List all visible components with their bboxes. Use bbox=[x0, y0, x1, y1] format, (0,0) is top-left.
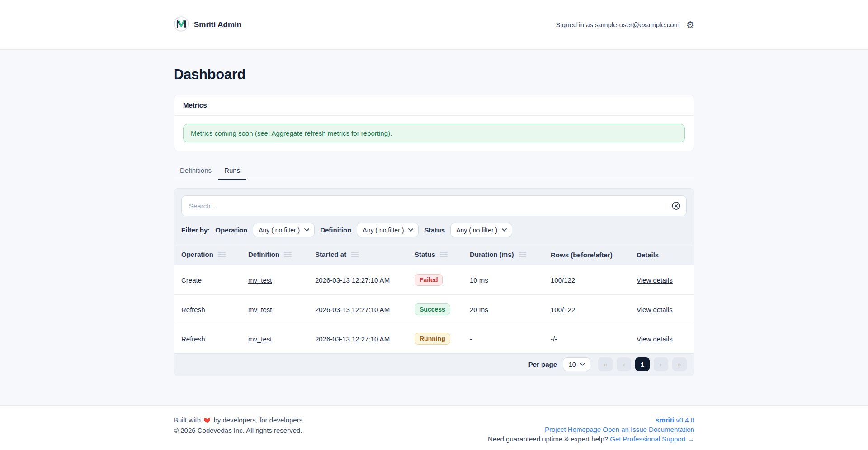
filter-select-wrap-status[interactable]: Any ( no filter ) bbox=[450, 223, 512, 237]
filter-row: Filter by: OperationAny ( no filter )Def… bbox=[174, 223, 694, 244]
first-page-button[interactable]: « bbox=[598, 357, 613, 371]
cell-status: Failed bbox=[407, 265, 462, 295]
footer-link-project-homepage[interactable]: Project Homepage bbox=[545, 426, 601, 433]
cell-definition: mv_test bbox=[241, 324, 308, 354]
footer-copyright: © 2026 Codevedas Inc. All rights reserve… bbox=[174, 426, 304, 435]
table-header-row: OperationDefinitionStarted atStatusDurat… bbox=[174, 244, 694, 265]
column-header-duration-ms[interactable]: Duration (ms) bbox=[462, 244, 543, 265]
metrics-card-body: Metrics coming soon (see: Aggregate refr… bbox=[174, 116, 694, 151]
signed-in-text: Signed in as sample-user@example.com bbox=[556, 21, 679, 28]
column-label: Definition bbox=[248, 251, 279, 258]
footer-built-prefix: Built with bbox=[174, 416, 201, 424]
runs-table: OperationDefinitionStarted atStatusDurat… bbox=[174, 244, 694, 353]
filter-label-operation: Operation bbox=[215, 226, 247, 234]
pagination-bar: Per page 10 «‹1›» bbox=[174, 353, 694, 376]
cell-operation: Refresh bbox=[174, 324, 241, 354]
app-header: Smriti Admin Signed in as sample-user@ex… bbox=[0, 0, 868, 50]
page-1-button[interactable]: 1 bbox=[635, 357, 650, 371]
runs-panel: Filter by: OperationAny ( no filter )Def… bbox=[174, 188, 694, 376]
view-details-link[interactable]: View details bbox=[637, 276, 673, 284]
cell-status: Success bbox=[407, 295, 462, 324]
filter-by-label: Filter by: bbox=[181, 226, 210, 234]
column-label: Started at bbox=[315, 251, 346, 258]
cell-duration: - bbox=[462, 324, 543, 354]
column-header-started-at[interactable]: Started at bbox=[308, 244, 407, 265]
gear-icon[interactable]: ⚙ bbox=[686, 20, 694, 29]
status-badge: Failed bbox=[415, 274, 443, 286]
last-page-button[interactable]: » bbox=[672, 357, 687, 371]
footer-version-line: smriti v0.4.0 bbox=[488, 415, 694, 425]
footer-version[interactable]: v0.4.0 bbox=[676, 416, 694, 424]
chevron-down-icon bbox=[580, 363, 585, 366]
prev-page-button[interactable]: ‹ bbox=[617, 357, 631, 371]
column-label: Operation bbox=[181, 251, 213, 258]
sort-icon[interactable] bbox=[218, 251, 226, 259]
cell-started-at: 2026-03-13 12:27:10 AM bbox=[308, 295, 407, 324]
footer-built-suffix: by developers, for developers. bbox=[213, 416, 304, 424]
cell-started-at: 2026-03-13 12:27:10 AM bbox=[308, 324, 407, 354]
cell-rows: 100/122 bbox=[543, 295, 629, 324]
professional-support-link[interactable]: Get Professional Support → bbox=[610, 435, 694, 443]
metrics-card-title: Metrics bbox=[183, 101, 207, 109]
clear-search-icon[interactable] bbox=[672, 202, 680, 210]
table-row: Refreshmv_test2026-03-13 12:27:10 AMSucc… bbox=[174, 295, 694, 324]
chevron-down-icon bbox=[502, 228, 507, 232]
table-row: Refreshmv_test2026-03-13 12:27:10 AMRunn… bbox=[174, 324, 694, 354]
filter-label-status: Status bbox=[424, 226, 445, 234]
column-label: Details bbox=[637, 251, 659, 259]
footer-brand-link[interactable]: smriti bbox=[656, 416, 674, 424]
filter-select-definition[interactable]: Any ( no filter ) bbox=[363, 227, 404, 234]
definition-link[interactable]: mv_test bbox=[248, 276, 272, 284]
view-details-link[interactable]: View details bbox=[637, 306, 673, 313]
cell-definition: mv_test bbox=[241, 295, 308, 324]
tabs-bar: DefinitionsRuns bbox=[174, 164, 694, 180]
per-page-select-wrap[interactable]: 10 bbox=[563, 357, 590, 371]
cell-started-at: 2026-03-13 12:27:10 AM bbox=[308, 265, 407, 295]
app-footer: Built with by developers, for developers… bbox=[0, 405, 868, 450]
tab-runs[interactable]: Runs bbox=[218, 164, 246, 180]
cell-operation: Create bbox=[174, 265, 241, 295]
column-header-definition[interactable]: Definition bbox=[241, 244, 308, 265]
sort-icon[interactable] bbox=[351, 251, 359, 259]
footer-links: Project Homepage Open an Issue Documenta… bbox=[488, 425, 694, 434]
filter-select-operation[interactable]: Any ( no filter ) bbox=[259, 227, 300, 234]
footer-link-documentation[interactable]: Documentation bbox=[649, 426, 694, 433]
sort-icon[interactable] bbox=[284, 251, 292, 259]
footer-link-open-an-issue[interactable]: Open an Issue bbox=[603, 426, 647, 433]
next-page-button[interactable]: › bbox=[654, 357, 668, 371]
per-page-select[interactable]: 10 bbox=[569, 361, 576, 368]
cell-operation: Refresh bbox=[174, 295, 241, 324]
footer-support-text: Need guaranteed uptime & expert help? bbox=[488, 435, 608, 443]
column-label: Duration (ms) bbox=[470, 251, 514, 258]
definition-link[interactable]: mv_test bbox=[248, 306, 272, 313]
filter-select-wrap-operation[interactable]: Any ( no filter ) bbox=[253, 223, 315, 237]
filter-select-status[interactable]: Any ( no filter ) bbox=[456, 227, 498, 234]
search-bar bbox=[174, 189, 694, 223]
table-row: Createmv_test2026-03-13 12:27:10 AMFaile… bbox=[174, 265, 694, 295]
column-header-status[interactable]: Status bbox=[407, 244, 462, 265]
column-header-details: Details bbox=[629, 244, 694, 265]
sort-icon[interactable] bbox=[440, 251, 448, 259]
cell-rows: -/- bbox=[543, 324, 629, 354]
cell-definition: mv_test bbox=[241, 265, 308, 295]
metrics-card-header: Metrics bbox=[174, 95, 694, 116]
main-content: Dashboard Metrics Metrics coming soon (s… bbox=[0, 50, 868, 405]
view-details-link[interactable]: View details bbox=[637, 335, 673, 343]
filter-select-wrap-definition[interactable]: Any ( no filter ) bbox=[357, 223, 419, 237]
status-badge: Running bbox=[415, 333, 450, 345]
definition-link[interactable]: mv_test bbox=[248, 335, 272, 343]
metrics-card: Metrics Metrics coming soon (see: Aggreg… bbox=[174, 95, 694, 151]
cell-details: View details bbox=[629, 324, 694, 354]
app-logo-icon bbox=[174, 16, 189, 33]
search-input[interactable] bbox=[181, 195, 687, 216]
cell-details: View details bbox=[629, 265, 694, 295]
footer-tagline: Built with by developers, for developers… bbox=[174, 415, 304, 426]
column-label: Status bbox=[415, 251, 435, 258]
sort-icon[interactable] bbox=[519, 251, 526, 259]
cell-details: View details bbox=[629, 295, 694, 324]
column-header-operation[interactable]: Operation bbox=[174, 244, 241, 265]
status-badge: Success bbox=[415, 303, 450, 315]
chevron-down-icon bbox=[304, 228, 309, 232]
chevron-down-icon bbox=[408, 228, 413, 232]
tab-definitions[interactable]: Definitions bbox=[174, 164, 218, 180]
